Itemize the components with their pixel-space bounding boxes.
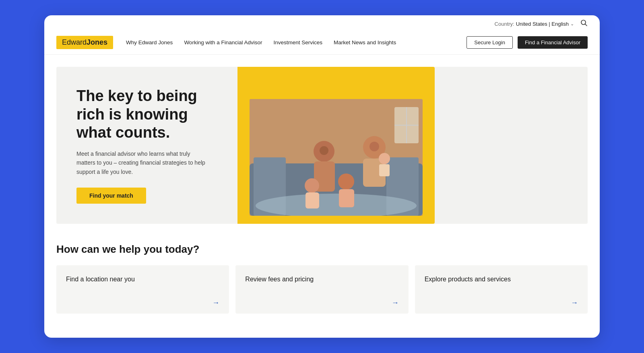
svg-point-21 bbox=[320, 146, 328, 155]
review-fees-arrow-icon: → bbox=[392, 299, 399, 307]
nav-links: Why Edward Jones Working with a Financia… bbox=[126, 39, 454, 45]
logo-jones: Jones bbox=[87, 38, 107, 47]
secure-login-button[interactable]: Secure Login bbox=[466, 36, 513, 49]
help-section-title: How can we help you today? bbox=[56, 243, 588, 256]
hero-image-wrap bbox=[237, 67, 435, 224]
search-icon[interactable] bbox=[580, 19, 588, 28]
svg-point-13 bbox=[338, 173, 354, 190]
nav-investment-services[interactable]: Investment Services bbox=[273, 39, 322, 45]
logo-edward: Edward bbox=[62, 38, 87, 47]
svg-rect-14 bbox=[339, 189, 354, 207]
help-card-review-fees[interactable]: Review fees and pricing → bbox=[235, 265, 408, 314]
top-bar: Country: United States | English ⌄ bbox=[44, 15, 600, 31]
find-location-arrow-icon: → bbox=[212, 299, 219, 307]
svg-rect-16 bbox=[305, 192, 319, 208]
svg-point-20 bbox=[369, 142, 379, 151]
hero-section: The key to being rich is knowing what co… bbox=[56, 67, 588, 224]
nav-market-news[interactable]: Market News and Insights bbox=[334, 39, 396, 45]
find-advisor-button[interactable]: Find a Financial Advisor bbox=[518, 36, 588, 49]
find-match-button[interactable]: Find your match bbox=[76, 188, 146, 204]
hero-subtitle: Meet a financial advisor who learns what… bbox=[76, 149, 205, 176]
country-selector[interactable]: Country: United States | English ⌄ bbox=[495, 21, 574, 27]
chevron-down-icon: ⌄ bbox=[570, 21, 574, 27]
explore-products-arrow-icon: → bbox=[571, 299, 578, 307]
help-section: How can we help you today? Find a locati… bbox=[44, 224, 600, 322]
help-card-explore-products-label: Explore products and services bbox=[425, 275, 578, 284]
country-label: Country: bbox=[495, 21, 514, 27]
help-cards: Find a location near you → Review fees a… bbox=[56, 265, 588, 314]
help-card-review-fees-label: Review fees and pricing bbox=[245, 275, 398, 284]
help-card-explore-products[interactable]: Explore products and services → bbox=[415, 265, 588, 314]
svg-point-11 bbox=[379, 153, 390, 164]
browser-frame: Country: United States | English ⌄ Edwar… bbox=[44, 15, 600, 338]
main-nav: EdwardJones Why Edward Jones Working wit… bbox=[44, 31, 600, 55]
help-card-find-location[interactable]: Find a location near you → bbox=[56, 265, 229, 314]
svg-line-1 bbox=[585, 24, 587, 26]
hero-family-image bbox=[250, 99, 423, 216]
svg-rect-12 bbox=[379, 164, 390, 176]
country-value: United States | English bbox=[516, 21, 569, 27]
nav-actions: Secure Login Find a Financial Advisor bbox=[466, 36, 588, 49]
hero-text: The key to being rich is knowing what co… bbox=[56, 67, 237, 224]
hero-title: The key to being rich is knowing what co… bbox=[76, 87, 221, 142]
logo[interactable]: EdwardJones bbox=[56, 36, 113, 49]
svg-point-15 bbox=[305, 178, 319, 193]
help-card-find-location-label: Find a location near you bbox=[66, 275, 219, 284]
nav-why-ej[interactable]: Why Edward Jones bbox=[126, 39, 173, 45]
nav-working-advisor[interactable]: Working with a Financial Advisor bbox=[184, 39, 262, 45]
